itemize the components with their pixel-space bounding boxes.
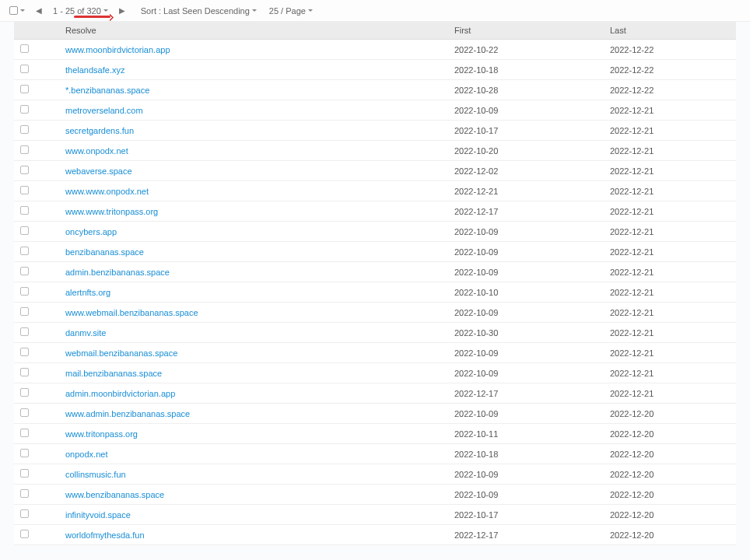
resolve-link[interactable]: worldofmythesda.fun [65,530,145,540]
resolve-link[interactable]: www.moonbirdvictorian.app [65,45,170,54]
resolve-link[interactable]: www.webmail.benzibananas.space [65,308,198,317]
resolve-link[interactable]: benzibananas.space [65,247,144,257]
first-seen: 2022-10-09 [450,222,605,242]
last-seen: 2022-12-21 [605,222,736,242]
row-checkbox[interactable] [20,267,29,275]
table-row: collinsmusic.fun2022-10-092022-12-20 [14,464,736,485]
table-row: thelandsafe.xyz2022-10-182022-12-22 [14,60,736,80]
col-resolve[interactable]: Resolve [61,22,450,40]
row-checkbox[interactable] [20,125,29,134]
last-seen: 2022-12-21 [605,262,736,282]
resolve-link[interactable]: www.benzibananas.space [65,490,164,499]
table-row: www.webmail.benzibananas.space2022-10-09… [14,303,736,323]
first-seen: 2022-10-09 [450,464,605,485]
resolve-link[interactable]: admin.moonbirdvictorian.app [65,389,175,398]
table-row: www.onpodx.net2022-10-202022-12-21 [14,141,736,161]
last-seen: 2022-12-20 [605,464,736,485]
last-seen: 2022-12-22 [605,80,736,100]
resolve-link[interactable]: metroverseland.com [65,106,143,115]
resolve-link[interactable]: admin.benzibananas.space [65,268,170,277]
resolve-link[interactable]: www.onpodx.net [65,146,128,156]
row-checkbox[interactable] [20,469,29,478]
resolve-link[interactable]: webaverse.space [65,166,132,176]
resolve-link[interactable]: www.www.tritonpass.org [65,207,158,216]
row-checkbox[interactable] [20,307,29,316]
table-row: www.moonbirdvictorian.app2022-10-222022-… [14,40,736,60]
pager-prev-button[interactable]: ◀ [33,6,45,15]
row-checkbox[interactable] [20,247,29,255]
resolve-link[interactable]: www.admin.benzibananas.space [65,409,190,418]
row-checkbox[interactable] [20,327,29,336]
select-all[interactable] [9,6,25,15]
row-checkbox[interactable] [20,287,29,296]
resolve-link[interactable]: infinityvoid.space [65,510,131,520]
first-seen: 2022-10-09 [450,363,605,383]
table-row: www.benzibananas.space2022-10-092022-12-… [14,485,736,505]
resolve-link[interactable]: onpodx.net [65,450,107,459]
resolve-link[interactable]: www.tritonpass.org [65,429,138,439]
last-seen: 2022-12-22 [605,40,736,60]
resolve-link[interactable]: alertnfts.org [65,288,110,297]
row-checkbox[interactable] [20,44,29,53]
resolve-link[interactable]: oncybers.app [65,227,117,236]
checkbox-icon [9,6,18,15]
table-row: benzibananas.space2022-10-092022-12-21 [14,242,736,262]
row-checkbox[interactable] [20,105,29,114]
resolve-link[interactable]: *.benzibananas.space [65,86,149,95]
row-checkbox[interactable] [20,489,29,498]
row-checkbox[interactable] [20,348,29,356]
chevron-down-icon [308,9,313,12]
table-row: onpodx.net2022-10-182022-12-20 [14,444,736,464]
row-checkbox[interactable] [20,509,29,518]
row-checkbox[interactable] [20,166,29,174]
toolbar: ◀ 1 - 25 of 320 ▶ Sort : Last Seen Desce… [0,0,750,22]
row-checkbox[interactable] [20,206,29,215]
col-first[interactable]: First [450,22,605,40]
results-table: Resolve First Last www.moonbirdvictorian… [14,22,736,545]
resolve-link[interactable]: collinsmusic.fun [65,470,126,479]
last-seen: 2022-12-21 [605,363,736,383]
table-row: admin.benzibananas.space2022-10-092022-1… [14,262,736,282]
resolve-link[interactable]: danmv.site [65,328,106,338]
table-row: admin.moonbirdvictorian.app2022-12-17202… [14,383,736,404]
row-checkbox[interactable] [20,145,29,154]
row-checkbox[interactable] [20,449,29,457]
row-checkbox[interactable] [20,368,29,376]
first-seen: 2022-10-17 [450,121,605,141]
resolve-link[interactable]: thelandsafe.xyz [65,65,124,75]
row-checkbox[interactable] [20,186,29,194]
table-row: www.www.tritonpass.org2022-12-172022-12-… [14,201,736,222]
last-seen: 2022-12-21 [605,323,736,343]
chevron-down-icon [252,9,257,12]
pager-range-text: 1 - 25 of 320 [53,6,101,16]
row-checkbox[interactable] [20,408,29,417]
last-seen: 2022-12-22 [605,60,736,80]
first-seen: 2022-10-10 [450,282,605,303]
sort-label: Sort : Last Seen Descending [141,6,250,16]
per-page-label: 25 / Page [269,6,306,16]
first-seen: 2022-10-09 [450,485,605,505]
resolve-link[interactable]: secretgardens.fun [65,126,134,135]
per-page-dropdown[interactable]: 25 / Page [269,6,313,16]
highlight-mark [74,16,110,18]
first-seen: 2022-12-17 [450,383,605,404]
resolve-link[interactable]: www.www.onpodx.net [65,187,149,196]
table-row: www.admin.benzibananas.space2022-10-0920… [14,404,736,424]
row-checkbox[interactable] [20,388,29,397]
row-checkbox[interactable] [20,65,29,73]
pager-next-button[interactable]: ▶ [116,6,128,15]
resolve-link[interactable]: mail.benzibananas.space [65,369,162,378]
last-seen: 2022-12-21 [605,121,736,141]
row-checkbox[interactable] [20,85,29,93]
table-row: webaverse.space2022-12-022022-12-21 [14,161,736,181]
row-checkbox[interactable] [20,429,29,437]
chevron-down-icon [103,9,108,12]
sort-dropdown[interactable]: Sort : Last Seen Descending [141,6,257,16]
pager-range[interactable]: 1 - 25 of 320 [53,6,108,16]
col-last[interactable]: Last [605,22,736,40]
last-seen: 2022-12-21 [605,100,736,121]
row-checkbox[interactable] [20,530,29,538]
row-checkbox[interactable] [20,226,29,235]
resolve-link[interactable]: webmail.benzibananas.space [65,348,177,358]
col-check [14,22,61,40]
